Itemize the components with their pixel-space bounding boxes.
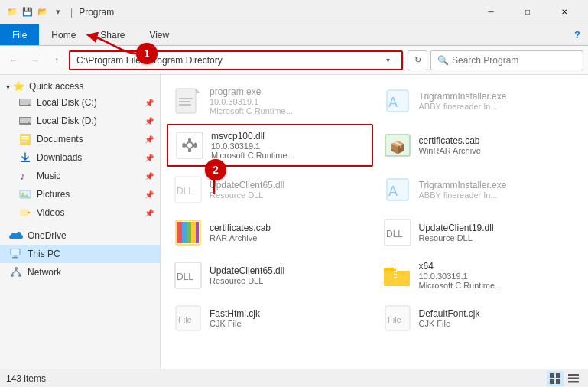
sidebar-item-pictures[interactable]: Pictures 📌 bbox=[0, 185, 160, 203]
network-label: Network bbox=[28, 267, 154, 278]
file-detail-trigr: ABBY finereader In... bbox=[419, 102, 577, 111]
quick-access-header[interactable]: ▾ ⭐ Quick access bbox=[0, 78, 160, 93]
file-item-defaultfont[interactable]: File DefaultFont.cjk CJK File bbox=[376, 298, 583, 338]
title-bar-quick-icons[interactable]: 📁 💾 📂 ▾ bbox=[6, 6, 64, 18]
sidebar-item-local-disk-c[interactable]: Local Disk (C:) 📌 bbox=[0, 93, 160, 112]
videos-label: Videos bbox=[37, 207, 141, 218]
svg-point-5 bbox=[28, 122, 30, 124]
dll-icon-wrapper bbox=[174, 130, 205, 161]
search-box[interactable]: 🔍 bbox=[430, 50, 583, 70]
svg-rect-76 bbox=[568, 377, 579, 379]
file-name-fasthtml: FastHtml.cjk bbox=[210, 308, 367, 319]
grid-view-button[interactable] bbox=[547, 371, 564, 386]
svg-rect-51 bbox=[177, 222, 182, 243]
maximize-button[interactable]: □ bbox=[510, 1, 545, 24]
save-icon: 💾 bbox=[21, 6, 34, 18]
dropdown-icon[interactable]: ▾ bbox=[52, 6, 64, 18]
file-item-updateclient65[interactable]: DLL UpdateClient65.dll Resource DLL bbox=[167, 170, 373, 210]
file-info-certificates: certificates.cab WinRAR Archive bbox=[419, 135, 577, 155]
pictures-label: Pictures bbox=[37, 189, 141, 200]
address-path-text: C:\Program Files\Program Directory bbox=[76, 55, 380, 66]
main-layout: ▾ ⭐ Quick access Local Disk (C:) 📌 Local… bbox=[0, 75, 588, 369]
file-item-trigr-installer[interactable]: A TrigrammInstaller.exe ABBY finereader … bbox=[376, 81, 583, 121]
window-controls[interactable]: ─ □ ✕ bbox=[473, 1, 582, 24]
folder-icon: 📁 bbox=[6, 6, 18, 18]
svg-text:DLL: DLL bbox=[177, 186, 193, 197]
tab-file[interactable]: File bbox=[0, 24, 39, 45]
svg-point-21 bbox=[11, 274, 14, 277]
file-info-uc65b: UpdateClient65.dll Resource DLL bbox=[210, 265, 367, 285]
file-info-trigr2: TrigrammInstaller.exe ABBY finereader In… bbox=[419, 180, 577, 200]
cab-icon-wrapper: 📦 bbox=[382, 130, 413, 161]
status-bar: 143 items bbox=[0, 369, 588, 387]
sidebar-item-network[interactable]: Network bbox=[0, 263, 160, 281]
x64-icon-wrapper bbox=[382, 260, 413, 291]
this-pc-label: This PC bbox=[28, 249, 154, 259]
title-bar: 📁 💾 📂 ▾ | Program ─ □ ✕ bbox=[0, 0, 588, 24]
forward-button[interactable]: → bbox=[26, 51, 44, 70]
svg-text:File: File bbox=[388, 315, 401, 324]
sidebar-item-onedrive[interactable]: OneDrive bbox=[0, 226, 160, 245]
svg-point-22 bbox=[18, 274, 21, 277]
svg-point-2 bbox=[28, 104, 30, 106]
local-disk-d-icon bbox=[18, 114, 32, 128]
svg-rect-64 bbox=[394, 271, 397, 272]
file-item-certificates-cab[interactable]: 📦 certificates.cab WinRAR Archive bbox=[376, 124, 583, 167]
svg-text:♪: ♪ bbox=[20, 170, 25, 182]
svg-rect-75 bbox=[568, 374, 579, 376]
svg-rect-72 bbox=[556, 373, 560, 378]
pin-icon-music: 📌 bbox=[145, 172, 154, 180]
svg-point-20 bbox=[15, 267, 18, 270]
svg-rect-63 bbox=[394, 268, 397, 269]
file-item-msvcp100-dll[interactable]: msvcp100.dll 10.0.30319.1 Microsoft C Ru… bbox=[167, 124, 373, 167]
file-name-x64: x64 bbox=[419, 261, 577, 272]
title-separator: | bbox=[70, 7, 73, 18]
refresh-button[interactable]: ↻ bbox=[408, 50, 427, 70]
sidebar-item-music[interactable]: ♪ Music 📌 bbox=[0, 167, 160, 185]
file-name-cab2: certificates.cab bbox=[210, 223, 367, 233]
file-item-x64[interactable]: x64 10.0.30319.1 Microsoft C Runtime... bbox=[376, 255, 583, 295]
svg-rect-74 bbox=[556, 379, 560, 384]
file-detail-fasthtml: CJK File bbox=[210, 319, 367, 328]
close-button[interactable]: ✕ bbox=[547, 1, 582, 24]
svg-marker-30 bbox=[196, 89, 200, 93]
file-item-uc65b[interactable]: DLL UpdateClient65.dll Resource DLL bbox=[167, 255, 373, 295]
annotation-2: 2 bbox=[205, 159, 226, 180]
up-button[interactable]: ↑ bbox=[47, 51, 66, 70]
svg-rect-71 bbox=[550, 373, 554, 378]
sidebar-item-downloads[interactable]: Downloads 📌 bbox=[0, 148, 160, 167]
file-name-uc65b: UpdateClient65.dll bbox=[210, 265, 367, 276]
sidebar-item-videos[interactable]: Videos 📌 bbox=[0, 203, 160, 222]
svg-rect-14 bbox=[20, 209, 28, 216]
minimize-button[interactable]: ─ bbox=[473, 1, 508, 24]
file-info-program-exe: program.exe 10.0.30319.1 Microsoft C Run… bbox=[210, 86, 367, 115]
file-info-trigr: TrigrammInstaller.exe ABBY finereader In… bbox=[419, 91, 577, 111]
cjk2-icon-wrapper: File bbox=[382, 303, 413, 333]
pictures-icon bbox=[18, 187, 32, 201]
file-item-cab2[interactable]: certificates.cab RAR Archive bbox=[167, 213, 373, 252]
svg-rect-53 bbox=[187, 222, 191, 243]
music-label: Music bbox=[37, 171, 141, 181]
svg-rect-52 bbox=[182, 222, 187, 243]
address-dropdown-icon[interactable]: ▾ bbox=[380, 56, 395, 64]
file-item-trigr2[interactable]: A TrigrammInstaller.exe ABBY finereader … bbox=[376, 170, 583, 210]
back-button[interactable]: ← bbox=[5, 51, 23, 70]
dll2-icon-wrapper: DLL bbox=[173, 174, 203, 205]
file-detail2-program-exe: Microsoft C Runtime... bbox=[210, 106, 367, 115]
file-info-defaultfont: DefaultFont.cjk CJK File bbox=[419, 308, 577, 328]
sidebar-item-documents[interactable]: Documents 📌 bbox=[0, 130, 160, 148]
file-detail-cab2: RAR Archive bbox=[210, 233, 367, 242]
list-view-button[interactable] bbox=[565, 371, 582, 386]
file-item-uc19[interactable]: DLL UpdateClient19.dll Resource DLL bbox=[376, 213, 583, 252]
search-input[interactable] bbox=[452, 55, 577, 66]
file-detail2-x64: Microsoft C Runtime... bbox=[419, 281, 577, 290]
file-item-program-exe[interactable]: program.exe 10.0.30319.1 Microsoft C Run… bbox=[167, 81, 373, 121]
sidebar-item-local-disk-d[interactable]: Local Disk (D:) 📌 bbox=[0, 112, 160, 130]
sidebar-item-this-pc[interactable]: This PC bbox=[0, 245, 160, 263]
annotation-1: 1 bbox=[136, 43, 158, 64]
help-button[interactable]: ? bbox=[567, 24, 588, 45]
file-item-fasthtml[interactable]: File FastHtml.cjk CJK File bbox=[167, 298, 373, 338]
file-detail-uc65b: Resource DLL bbox=[210, 276, 367, 285]
installer-icon-wrapper: A bbox=[382, 86, 413, 116]
documents-label: Documents bbox=[37, 134, 141, 145]
